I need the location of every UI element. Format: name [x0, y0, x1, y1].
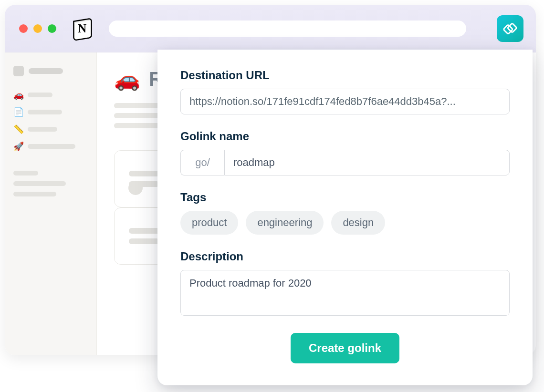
- description-label: Description: [180, 250, 510, 263]
- tag-chip[interactable]: product: [180, 211, 238, 235]
- workspace-icon[interactable]: [13, 66, 24, 76]
- address-bar[interactable]: [109, 21, 466, 37]
- destination-url-input[interactable]: [180, 89, 510, 114]
- tag-chip[interactable]: engineering: [246, 211, 324, 235]
- sidebar-item[interactable]: 🚀: [13, 141, 88, 152]
- ruler-icon: 📏: [13, 124, 23, 134]
- maximize-window-button[interactable]: [48, 24, 56, 33]
- notion-logo-icon: N: [70, 16, 95, 41]
- golinks-extension-icon[interactable]: [497, 15, 523, 42]
- sidebar-item[interactable]: 🚗: [13, 90, 88, 100]
- window-controls: [19, 24, 56, 33]
- close-window-button[interactable]: [19, 24, 28, 33]
- golink-prefix: go/: [180, 150, 224, 175]
- workspace-name-placeholder: [29, 68, 63, 74]
- car-icon: 🚗: [13, 90, 23, 100]
- description-textarea[interactable]: Product roadmap for 2020: [180, 270, 510, 316]
- sidebar-item[interactable]: 📄: [13, 107, 88, 117]
- titlebar: N: [5, 5, 536, 52]
- tag-chip[interactable]: design: [331, 211, 385, 235]
- tags-label: Tags: [180, 191, 510, 204]
- create-golink-panel: Destination URL Golink name go/ Tags pro…: [157, 50, 533, 385]
- golink-name-input[interactable]: [224, 150, 510, 175]
- create-golink-button[interactable]: Create golink: [291, 333, 399, 363]
- page-icon: 📄: [13, 107, 23, 117]
- minimize-window-button[interactable]: [33, 24, 42, 33]
- svg-text:N: N: [78, 21, 86, 35]
- sidebar: 🚗 📄 📏 🚀: [5, 52, 97, 355]
- page-emoji: 🚗: [114, 67, 140, 92]
- rocket-icon: 🚀: [13, 141, 23, 152]
- sidebar-item[interactable]: 📏: [13, 124, 88, 134]
- golink-name-label: Golink name: [180, 130, 510, 143]
- destination-url-label: Destination URL: [180, 69, 510, 82]
